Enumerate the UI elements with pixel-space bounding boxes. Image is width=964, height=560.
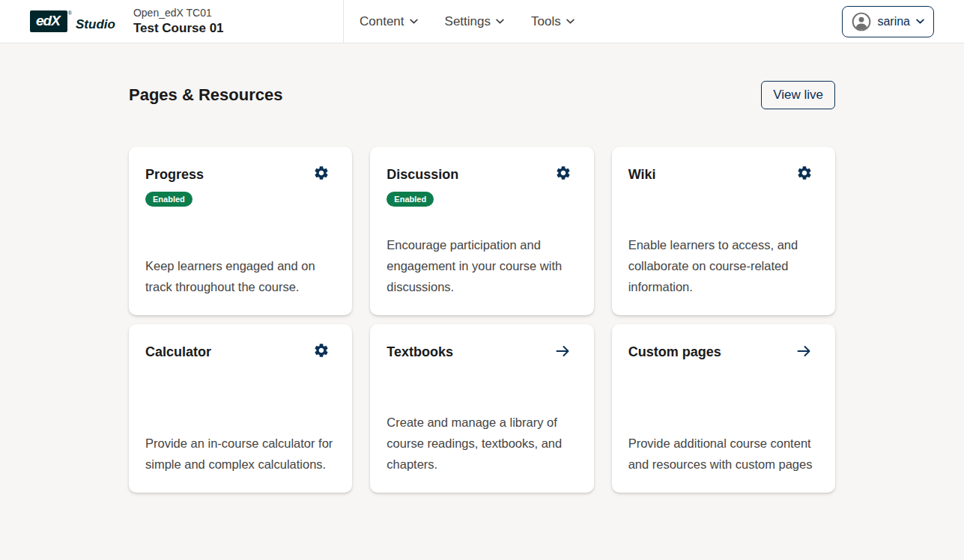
card-calculator: Calculator Provide an in-course calculat… (129, 324, 352, 493)
card-title: Textbooks (386, 344, 453, 361)
card-textbooks: Textbooks Create and manage a library of… (370, 324, 593, 493)
course-title: Test Course 01 (133, 20, 224, 37)
header-divider (343, 0, 344, 43)
course-info: Open_edX TC01 Test Course 01 (133, 6, 224, 36)
studio-wordmark: Studio (76, 17, 115, 32)
registered-mark: ® (68, 10, 72, 16)
username: sarina (877, 15, 910, 28)
nav-settings-label: Settings (445, 14, 491, 29)
nav-content[interactable]: Content (353, 8, 425, 35)
cards-grid: Progress Enabled Keep learners engaged a… (129, 147, 835, 493)
edx-logo-mark: edX (30, 10, 67, 32)
card-description: Provide additional course content and re… (628, 433, 819, 475)
status-badge: Enabled (145, 192, 193, 207)
nav-tools[interactable]: Tools (524, 8, 581, 35)
card-progress: Progress Enabled Keep learners engaged a… (129, 147, 352, 315)
page-title: Pages & Resources (129, 85, 282, 105)
course-org-run: Open_edX TC01 (133, 6, 224, 19)
card-title: Calculator (145, 344, 211, 361)
card-custom-pages: Custom pages Provide additional course c… (612, 324, 835, 493)
main-nav: Content Settings Tools (353, 8, 595, 35)
page-header: Pages & Resources View live (129, 81, 835, 109)
edx-studio-logo[interactable]: edX ® Studio (30, 10, 115, 32)
card-title: Progress (145, 166, 204, 183)
app-header: edX ® Studio Open_edX TC01 Test Course 0… (0, 0, 964, 43)
main-content: Pages & Resources View live Progress Ena… (0, 43, 964, 493)
settings-icon[interactable] (555, 165, 572, 181)
card-title: Discussion (386, 166, 458, 183)
card-description: Create and manage a library of course re… (386, 412, 577, 475)
nav-content-label: Content (360, 14, 404, 29)
card-title: Wiki (628, 166, 656, 183)
arrow-right-icon[interactable] (554, 342, 572, 360)
settings-icon[interactable] (313, 342, 330, 359)
card-description: Keep learners engaged and on track throu… (145, 255, 336, 297)
chevron-down-icon (410, 19, 418, 24)
nav-settings[interactable]: Settings (438, 8, 511, 35)
card-description: Enable learners to access, and collabora… (628, 234, 819, 297)
header-left: edX ® Studio Open_edX TC01 Test Course 0… (30, 6, 343, 36)
card-description: Provide an in-course calculator for simp… (145, 433, 336, 475)
nav-tools-label: Tools (531, 14, 561, 29)
settings-icon[interactable] (796, 165, 813, 181)
view-live-button[interactable]: View live (761, 81, 835, 109)
arrow-right-icon[interactable] (795, 342, 813, 360)
avatar-icon (852, 12, 871, 31)
status-badge: Enabled (386, 192, 434, 207)
card-description: Encourage participation and engagement i… (386, 234, 577, 297)
chevron-down-icon (916, 19, 924, 24)
card-wiki: Wiki Enable learners to access, and coll… (612, 147, 835, 315)
card-title: Custom pages (628, 344, 721, 361)
card-discussion: Discussion Enabled Encourage participati… (370, 147, 593, 315)
chevron-down-icon (566, 19, 575, 24)
user-menu-button[interactable]: sarina (842, 6, 934, 37)
chevron-down-icon (496, 19, 504, 24)
settings-icon[interactable] (313, 165, 330, 181)
